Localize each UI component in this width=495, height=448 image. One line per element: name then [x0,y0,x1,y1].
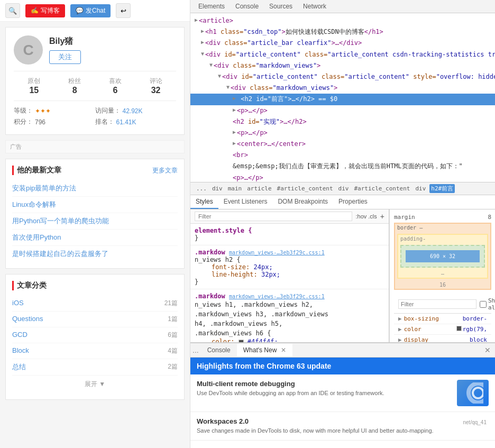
tab-console[interactable]: Console [230,0,264,13]
visit-info: 访问量： 42.92K [95,106,177,115]
expand-button[interactable]: 展开 ▼ [12,376,178,393]
tree-row[interactable]: &emsp;&emsp;我们点击【审查元素】，就会出现当前HTML页面的代码，如… [190,161,495,172]
breadcrumb-article[interactable]: article [245,185,273,193]
box-border: padding- 690 × 32 – [397,234,488,279]
breadcrumb-div3[interactable]: div [414,185,427,193]
collapse-icon: ▼ [201,50,204,58]
whatsnew-title: Multi-client remote debugging [197,380,452,388]
css-source-link[interactable]: markdown_views-…3eb3f29c.css:1 [229,294,325,299]
stat-followers-value: 8 [68,86,81,95]
tree-row[interactable]: ▶ <center>…</center> [190,139,495,150]
list-item[interactable]: Linux命令解释 [12,197,178,213]
tab-sources[interactable]: Sources [264,0,298,13]
css-selector[interactable]: .markdow [195,292,225,300]
list-item[interactable]: 安装pip最简单的方法 [12,180,178,197]
tree-row[interactable]: <p>…</p> [190,172,495,182]
bottom-watermark: net/qq_41 [461,417,489,435]
close-icon[interactable]: ✕ [281,346,286,354]
tab-whatsnew[interactable]: What's New ✕ [237,344,292,356]
category-name[interactable]: 总结 [12,362,26,372]
breadcrumb-div[interactable]: div [210,185,224,193]
tab-event-listeners[interactable]: Event Listeners [218,195,273,209]
tree-row[interactable]: ▶ <p>…</p> [190,105,495,116]
filter-input[interactable] [195,212,352,221]
list-item[interactable]: 首次使用Python [12,230,178,246]
computed-prop-row: ▶ box-sizing border- [394,314,491,324]
category-name[interactable]: Questions [12,315,43,324]
breadcrumb-ellipsis[interactable]: ... [195,185,208,193]
category-list: iOS 21篇 Questions 1篇 GCD 6篇 Block 4篇 总结 … [12,296,178,376]
breadcrumb-article-content[interactable]: #article_content [276,185,335,193]
articles-title: 他的最新文章 [12,166,61,175]
tree-row-selected[interactable]: ▶ <h2 id= "前言" >…</h2> == $0 [190,94,495,105]
score-info: 积分： 796 [14,117,95,126]
list-item[interactable]: 是时候搭建起自己的云盘服务了 [12,246,178,262]
category-name[interactable]: GCD [12,331,28,340]
tree-row[interactable]: ▼ <div id= "article_content" class= "art… [190,49,495,60]
computed-prop-row: ▶ display block [394,335,491,342]
box-margin-label: border – [395,224,490,232]
tree-row[interactable]: ▼ <div id= "article_content" class= "art… [190,71,495,83]
tree-row[interactable]: ▼ <div class= "markdown_views" > [190,60,495,71]
triangle-icon[interactable]: ▶ [398,326,402,333]
svg-point-0 [469,383,483,403]
category-count: 2篇 [168,362,178,372]
css-source-link[interactable]: markdown_views-…3eb3f29c.css:1 [229,250,325,255]
box-model-label: margin 8 [394,214,491,221]
whatsnew-title: Workspaces 2.0 [197,417,456,425]
show-all-checkbox[interactable] [480,301,487,308]
rank-value: 61.41K [116,118,136,126]
triangle-icon: ▶ [195,16,198,24]
styles-tabs: Styles Event Listeners DOM Breakpoints P… [190,195,495,209]
breadcrumb-main[interactable]: main [226,185,244,193]
breadcrumb-div2[interactable]: div [337,185,351,193]
breadcrumb-active[interactable]: h2#前言 [429,184,455,193]
write-blog-button[interactable]: ✍ 写博客 [25,4,65,17]
css-property[interactable]: line-height: 32px; [195,271,384,278]
more-articles-link[interactable]: 更多文章 [152,166,178,175]
tree-row[interactable]: ▶ <div class= "article_bar clearfix" >…<… [190,38,495,49]
extra-icon-btn[interactable]: ↩ [116,3,131,18]
follow-button[interactable]: 关注 [49,50,81,64]
svg-point-1 [473,388,483,398]
padding-label: padding- [398,235,487,243]
tree-row[interactable]: ▶ <p>…</p> [190,127,495,139]
tab-network[interactable]: Network [298,0,332,13]
username: Bily猪 [49,36,81,47]
list-item[interactable]: 用Python写一个简单的爬虫功能 [12,213,178,230]
css-selector[interactable]: element.style { [195,227,252,234]
tree-row[interactable]: ▼ <div class= "markdown_views" > [190,83,495,94]
color-swatch [456,326,462,331]
tab-properties[interactable]: Properties [333,195,373,209]
html-tree: ▶ <article> ▶ <h1 class= "csdn_top" > 如何… [190,13,495,182]
tree-row[interactable]: <h2 id= "实现" >…</h2> [190,116,495,127]
add-rule-button[interactable]: + [380,212,384,221]
triangle-icon[interactable]: ▶ [398,336,402,342]
category-name[interactable]: Block [12,346,29,355]
hov-cls-button[interactable]: :hov .cls [355,213,377,220]
close-console-button[interactable]: ✕ [480,343,495,357]
console-ellipsis[interactable]: ... [190,346,201,354]
tree-row[interactable]: <br> [190,150,495,161]
tab-elements[interactable]: Elements [193,0,230,13]
computed-filter-input[interactable] [398,299,476,309]
ad-label: 广告 [10,143,22,150]
css-property[interactable]: color: #4f4f4f; [195,338,384,342]
whatsnew-header: Highlights from the Chrome 63 update [190,358,495,374]
chat-button[interactable]: 💬 发Chat [70,4,111,17]
margin-bottom: 16 [395,281,490,289]
tab-dom-breakpoints[interactable]: DOM Breakpoints [272,195,333,209]
expand-label: 展开 [85,380,97,388]
category-name[interactable]: iOS [12,299,24,308]
stat-comments: 评论 32 [150,77,162,95]
devtools-top-tabs: Elements Console Sources Network [190,0,495,13]
triangle-icon[interactable]: ▶ [398,315,402,322]
tab-styles[interactable]: Styles [190,195,218,209]
tree-row[interactable]: ▶ <h1 class= "csdn_top" > 如何快速转载CSDN中的博客… [190,26,495,38]
css-selector[interactable]: .markdow [195,249,225,256]
css-property[interactable]: font-size: 24px; [195,263,384,271]
search-button[interactable]: 🔍 [5,3,20,18]
breadcrumb-article-content2[interactable]: #article_content [352,185,411,193]
tab-console-bottom[interactable]: Console [201,344,237,356]
tree-row[interactable]: ▶ <article> [190,15,495,26]
